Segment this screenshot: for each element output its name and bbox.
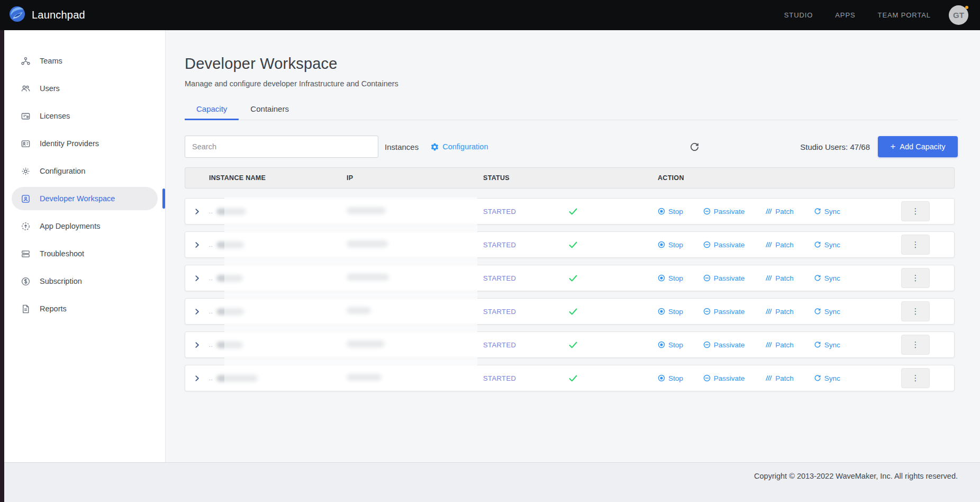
sync-action-link[interactable]: Sync — [814, 374, 840, 382]
copyright-text: Copyright © 2013-2022 WaveMaker, Inc. Al… — [754, 472, 958, 502]
sync-icon — [814, 241, 821, 248]
configuration-link[interactable]: Configuration — [430, 142, 488, 151]
topbar: Launchpad STUDIO APPS TEAM PORTAL GT — [0, 0, 980, 30]
row-expand-chevron-icon[interactable] — [185, 208, 209, 215]
patch-action-link[interactable]: Patch — [765, 241, 794, 249]
stop-action-link[interactable]: Stop — [658, 374, 683, 382]
sidebar-item-troubleshoot[interactable]: Troubleshoot — [12, 242, 158, 265]
table-row: .. STARTED Stop — [185, 231, 955, 258]
configuration-icon — [21, 166, 31, 176]
passivate-icon — [703, 208, 711, 215]
sidebar-item-licenses[interactable]: Licenses — [12, 104, 158, 128]
patch-action-link[interactable]: Patch — [765, 374, 794, 382]
patch-action-link[interactable]: Patch — [765, 308, 794, 316]
passivate-action-link[interactable]: Passivate — [703, 274, 745, 282]
topnav-apps-link[interactable]: APPS — [835, 11, 855, 19]
row-expand-chevron-icon[interactable] — [185, 375, 209, 382]
passivate-action-link[interactable]: Passivate — [703, 308, 745, 316]
status-text: STARTED — [483, 374, 516, 382]
stop-icon — [658, 374, 665, 382]
patch-action-link[interactable]: Patch — [765, 274, 794, 282]
stop-action-link[interactable]: Stop — [658, 274, 683, 282]
sidebar-item-label: Troubleshoot — [40, 249, 84, 258]
row-expand-chevron-icon[interactable] — [185, 241, 209, 248]
tab-containers[interactable]: Containers — [239, 100, 301, 120]
topnav: STUDIO APPS TEAM PORTAL GT — [784, 5, 968, 25]
add-capacity-button[interactable]: + Add Capacity — [878, 136, 958, 157]
sidebar-item-configuration[interactable]: Configuration — [12, 159, 158, 183]
sidebar-item-teams[interactable]: Teams — [12, 49, 158, 73]
passivate-icon — [703, 308, 711, 315]
sidebar-item-app-deployments[interactable]: App Deployments — [12, 214, 158, 238]
redacted-ip — [347, 274, 389, 281]
subscription-icon — [21, 276, 31, 286]
sync-action-link[interactable]: Sync — [814, 241, 840, 249]
sync-action-link[interactable]: Sync — [814, 208, 840, 216]
stop-action-link[interactable]: Stop — [658, 341, 683, 349]
redacted-text-dots: .. — [209, 309, 213, 315]
patch-action-label: Patch — [775, 308, 794, 316]
sync-icon — [814, 308, 821, 315]
sidebar-item-developer-workspace[interactable]: Developer Workspace — [12, 187, 158, 210]
passivate-action-label: Passivate — [714, 341, 745, 349]
patch-action-label: Patch — [775, 241, 794, 249]
refresh-button[interactable] — [689, 142, 700, 152]
patch-action-link[interactable]: Patch — [765, 341, 794, 349]
stop-action-link[interactable]: Stop — [658, 241, 683, 249]
passivate-action-link[interactable]: Passivate — [703, 374, 745, 382]
add-capacity-label: Add Capacity — [900, 142, 945, 151]
stop-action-link[interactable]: Stop — [658, 208, 683, 216]
stop-action-link[interactable]: Stop — [658, 308, 683, 316]
sync-action-link[interactable]: Sync — [814, 341, 840, 349]
sidebar-item-users[interactable]: Users — [12, 77, 158, 100]
redacted-instance-name — [216, 208, 246, 215]
passivate-action-link[interactable]: Passivate — [703, 208, 745, 216]
gear-icon — [430, 142, 439, 151]
column-action: ACTION — [658, 174, 954, 182]
row-expand-chevron-icon[interactable] — [185, 275, 209, 282]
sync-action-link[interactable]: Sync — [814, 308, 840, 316]
search-input[interactable] — [185, 136, 378, 158]
licenses-icon — [21, 111, 31, 121]
patch-action-label: Patch — [775, 341, 794, 349]
passivate-action-link[interactable]: Passivate — [703, 341, 745, 349]
users-icon — [21, 84, 31, 94]
identity-providers-icon — [21, 139, 31, 149]
row-menu-kebab-button[interactable]: ⋮ — [901, 301, 930, 321]
row-menu-kebab-button[interactable]: ⋮ — [901, 368, 930, 388]
passivate-action-label: Passivate — [714, 241, 745, 249]
sidebar-item-label: Configuration — [40, 167, 85, 175]
row-menu-kebab-button[interactable]: ⋮ — [901, 335, 930, 355]
redacted-instance-name — [216, 342, 243, 348]
status-ok-check-icon — [569, 342, 577, 348]
patch-action-link[interactable]: Patch — [765, 208, 794, 216]
row-menu-kebab-button[interactable]: ⋮ — [901, 201, 930, 221]
avatar[interactable]: GT — [949, 5, 968, 25]
row-menu-kebab-button[interactable]: ⋮ — [901, 268, 930, 288]
instances-label: Instances — [385, 142, 419, 151]
topnav-studio-link[interactable]: STUDIO — [784, 11, 813, 19]
tab-capacity[interactable]: Capacity — [185, 100, 239, 120]
table-row: .. STARTED Stop — [185, 265, 955, 291]
developer-workspace-icon — [21, 194, 31, 204]
column-status: STATUS — [483, 174, 658, 182]
passivate-icon — [703, 274, 711, 282]
sidebar-item-subscription[interactable]: Subscription — [12, 270, 158, 293]
sidebar-item-label: App Deployments — [40, 222, 100, 230]
row-expand-chevron-icon[interactable] — [185, 342, 209, 348]
patch-action-label: Patch — [775, 208, 794, 216]
toolbar: Instances Configuration Studio Users: 4 — [185, 136, 958, 158]
sync-action-link[interactable]: Sync — [814, 274, 840, 282]
sidebar-item-reports[interactable]: Reports — [12, 297, 158, 320]
sidebar-item-identity-providers[interactable]: Identity Providers — [12, 132, 158, 155]
sync-icon — [814, 208, 821, 215]
row-menu-kebab-button[interactable]: ⋮ — [901, 235, 930, 255]
patch-icon — [765, 241, 772, 248]
patch-icon — [765, 374, 772, 382]
stop-icon — [658, 341, 665, 348]
status-ok-check-icon — [569, 241, 577, 248]
topnav-team-portal-link[interactable]: TEAM PORTAL — [878, 11, 931, 19]
passivate-action-link[interactable]: Passivate — [703, 241, 745, 249]
row-expand-chevron-icon[interactable] — [185, 308, 209, 315]
kebab-icon: ⋮ — [912, 373, 920, 383]
